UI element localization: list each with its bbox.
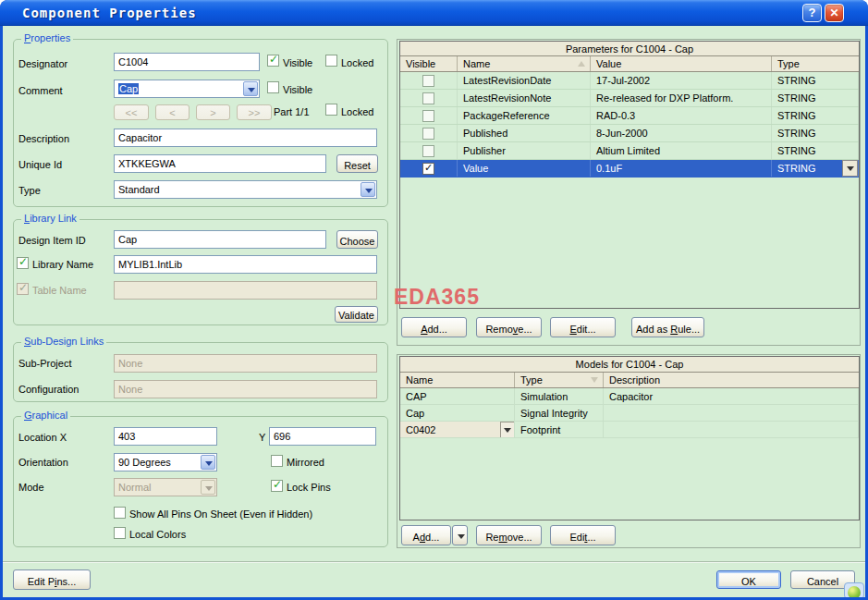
parameter-visible-checkbox[interactable] xyxy=(422,128,434,140)
comment-visible-checkbox[interactable] xyxy=(267,81,279,93)
reset-button[interactable]: Reset xyxy=(336,154,378,173)
parameter-edit-button[interactable]: Edit... xyxy=(550,317,616,337)
sort-descending-icon xyxy=(591,377,598,383)
location-y-label: Y xyxy=(259,432,265,443)
designator-locked-checkbox[interactable] xyxy=(325,55,337,67)
configuration-label: Configuration xyxy=(18,384,79,395)
parameters-table: Parameters for C1004 - Cap Visible Name … xyxy=(399,41,860,309)
library-name-checkbox[interactable] xyxy=(17,257,29,269)
type-combo[interactable]: Standard xyxy=(114,180,377,199)
column-header-type[interactable]: Type xyxy=(515,373,604,387)
close-icon[interactable]: ✕ xyxy=(825,4,844,22)
parameter-remove-button[interactable]: Remove... xyxy=(476,317,542,337)
parameter-row[interactable]: PublisherAltium LimitedSTRING xyxy=(400,142,859,160)
column-header-value[interactable]: Value xyxy=(591,56,772,71)
location-x-input[interactable]: 403 xyxy=(114,427,217,446)
local-colors-checkbox[interactable] xyxy=(114,527,126,539)
parameter-visible-checkbox[interactable] xyxy=(422,110,434,122)
help-icon[interactable]: ? xyxy=(802,4,822,22)
show-all-pins-label: Show All Pins On Sheet (Even if Hidden) xyxy=(129,508,312,520)
title-bar[interactable]: Component Properties ? ✕ xyxy=(0,0,868,26)
parameter-row[interactable]: Published8-Jun-2000STRING xyxy=(400,125,859,142)
model-description xyxy=(604,422,859,437)
design-item-id-input[interactable]: Cap xyxy=(114,230,326,249)
parameter-row[interactable]: LatestRevisionDate17-Jul-2002STRING xyxy=(400,72,859,90)
designator-visible-checkbox[interactable] xyxy=(267,55,279,67)
mirrored-checkbox[interactable] xyxy=(271,455,283,467)
table-name-input xyxy=(114,281,377,300)
parameter-type: STRING xyxy=(772,107,859,124)
chevron-down-icon[interactable] xyxy=(243,81,258,96)
column-header-name[interactable]: Name xyxy=(400,373,515,387)
edit-pins-button[interactable]: Edit Pins... xyxy=(13,569,91,590)
parameter-visible-checkbox[interactable] xyxy=(422,92,434,104)
validate-button[interactable]: Validate xyxy=(335,306,378,323)
comment-label: Comment xyxy=(18,85,63,96)
table-name-label: Table Name xyxy=(32,285,87,296)
models-table-header: Name Type Description xyxy=(400,373,859,388)
mode-combo: Normal xyxy=(114,478,217,496)
show-all-pins-checkbox[interactable] xyxy=(114,507,126,519)
model-name-combo[interactable]: C0402 xyxy=(400,422,515,437)
first-part-button: << xyxy=(114,104,149,120)
parameter-visible-checkbox[interactable] xyxy=(422,145,434,157)
orientation-combo[interactable]: 90 Degrees xyxy=(114,453,217,471)
parameters-table-title: Parameters for C1004 - Cap xyxy=(400,42,859,56)
designator-label: Designator xyxy=(18,58,67,69)
parameter-row[interactable]: PackageReferenceRAD-0.3STRING xyxy=(400,107,859,125)
model-remove-button[interactable]: Remove... xyxy=(476,525,542,545)
model-row[interactable]: CapSignal Integrity xyxy=(400,405,859,422)
comment-combo[interactable]: Cap xyxy=(114,80,260,98)
models-table-body: CAPSimulationCapacitorCapSignal Integrit… xyxy=(400,388,859,438)
sub-project-label: Sub-Project xyxy=(18,358,71,369)
parameter-row[interactable]: LatestRevisionNoteRe-released for DXP Pl… xyxy=(400,90,859,107)
model-description xyxy=(604,405,859,421)
comment-visible-label: Visible xyxy=(283,84,312,95)
designator-input[interactable]: C1004 xyxy=(114,53,260,71)
sort-ascending-icon xyxy=(578,61,585,67)
column-header-name[interactable]: Name xyxy=(458,56,591,71)
lock-pins-label: Lock Pins xyxy=(287,482,331,493)
parameters-table-header: Visible Name Value Type xyxy=(400,56,859,72)
component-properties-dialog: Component Properties ? ✕ Properties Desi… xyxy=(0,0,868,600)
model-edit-button[interactable]: Edit... xyxy=(550,525,616,545)
parameter-visible-checkbox[interactable] xyxy=(422,75,434,87)
model-row[interactable]: CAPSimulationCapacitor xyxy=(400,388,859,405)
watermark: EDA365 xyxy=(394,285,480,310)
model-name: CAP xyxy=(400,388,515,404)
parameter-type: STRING xyxy=(772,72,859,89)
chevron-down-icon[interactable] xyxy=(361,182,375,197)
part-locked-checkbox[interactable] xyxy=(325,104,337,116)
model-row[interactable]: C0402Footprint xyxy=(400,422,859,438)
column-header-visible[interactable]: Visible xyxy=(400,56,458,71)
unique-id-input[interactable]: XTKKEGWA xyxy=(114,154,326,173)
column-header-description[interactable]: Description xyxy=(604,373,859,387)
ok-button[interactable]: OK xyxy=(716,570,781,589)
table-name-checkbox xyxy=(17,283,29,295)
part-indicator: Part 1/1 xyxy=(274,106,310,117)
footer-divider xyxy=(3,561,865,563)
model-add-dropdown-icon[interactable] xyxy=(452,525,468,545)
column-header-type[interactable]: Type xyxy=(772,56,859,71)
model-type: Simulation xyxy=(515,388,604,404)
parameter-value: 8-Jun-2000 xyxy=(591,125,772,141)
library-name-label: Library Name xyxy=(32,259,93,270)
parameter-name: PackageReference xyxy=(458,107,591,124)
chevron-down-icon[interactable] xyxy=(201,455,215,470)
location-y-input[interactable]: 696 xyxy=(269,427,376,446)
model-type: Footprint xyxy=(515,422,604,437)
parameter-value: RAD-0.3 xyxy=(591,107,772,124)
library-name-input[interactable]: MYLIB1.IntLib xyxy=(114,255,377,274)
parameter-add-button[interactable]: Add... xyxy=(401,317,467,337)
parameter-value: Re-released for DXP Platform. xyxy=(591,90,772,106)
choose-button[interactable]: Choose xyxy=(336,230,378,249)
parameter-visible-checkbox[interactable] xyxy=(422,163,434,175)
model-add-button[interactable]: Add... xyxy=(401,525,451,545)
properties-group-label: Properties xyxy=(21,32,73,43)
description-input[interactable]: Capacitor xyxy=(114,129,377,147)
next-part-button: > xyxy=(196,104,230,120)
type-dropdown-button[interactable] xyxy=(842,160,858,177)
add-as-rule-button[interactable]: Add as Rule... xyxy=(631,317,704,337)
lock-pins-checkbox[interactable] xyxy=(271,480,283,492)
parameter-row[interactable]: Value0.1uFSTRING xyxy=(400,160,859,178)
